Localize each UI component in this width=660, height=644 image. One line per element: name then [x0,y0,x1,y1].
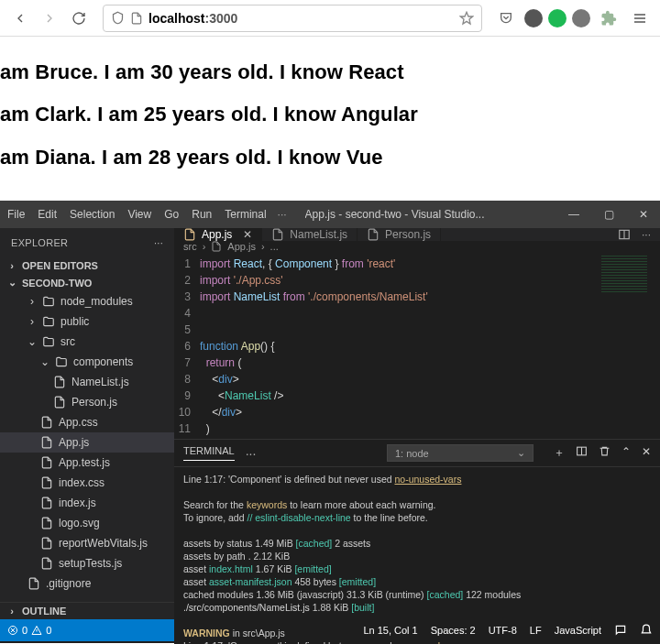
code-line[interactable]: 9 <NameList /> [174,387,660,404]
nav-reload-button[interactable] [66,5,92,31]
feedback-icon[interactable] [614,624,627,637]
new-terminal-icon[interactable]: ＋ [554,445,565,461]
folder-components[interactable]: ⌄components [0,352,174,372]
terminal-line: asset index.html 1.67 KiB [emitted] [183,562,651,575]
terminal-line: asset asset-manifest.json 458 bytes [emi… [183,575,651,588]
outline-section[interactable]: ›OUTLINE [0,602,174,619]
code-editor[interactable]: 1import React, { Component } from 'react… [174,252,660,439]
panel: TERMINAL ··· 1: node⌄ ＋ ⌃ ✕ Line 1:17: '… [174,439,660,644]
window-minimize-button[interactable]: — [565,208,583,221]
explorer-more-icon[interactable]: ··· [154,237,163,248]
status-encoding[interactable]: UTF-8 [489,624,517,637]
panel-maximize-icon[interactable]: ⌃ [622,445,631,461]
status-language[interactable]: JavaScript [555,624,601,637]
tab-person-js[interactable]: Person.js [358,228,441,241]
menu-selection[interactable]: Selection [70,208,115,221]
file-logo-svg[interactable]: logo.svg [0,513,174,533]
vscode-titlebar: FileEditSelectionViewGoRunTerminal ··· A… [0,201,660,228]
nav-forward-button[interactable] [37,5,62,31]
minimap[interactable] [596,252,660,439]
code-line[interactable]: 8 <div> [174,371,660,387]
code-line[interactable]: 4 [174,305,660,322]
file-setuptests-js[interactable]: setupTests.js [0,553,174,573]
pocket-icon[interactable] [493,5,519,31]
menu-run[interactable]: Run [192,208,212,221]
code-line[interactable]: 5 [174,322,660,338]
status-spaces[interactable]: Spaces: 2 [431,624,476,637]
tab-namelist-js[interactable]: NameList.js [262,228,358,241]
code-line[interactable]: 6function App() { [174,338,660,355]
terminal-line: Line 1:17: 'Component' is defined but ne… [183,639,651,644]
file-person-js[interactable]: Person.js [0,392,174,412]
code-line[interactable]: 3import NameList from './components/Name… [174,289,660,305]
tab-more-icon[interactable]: ··· [642,228,651,241]
panel-more-icon[interactable]: ··· [246,446,257,461]
vscode-window: FileEditSelectionViewGoRunTerminal ··· A… [0,201,660,643]
open-editors-section[interactable]: ›OPEN EDITORS [0,257,174,274]
menu-overflow-icon[interactable]: ··· [278,208,287,221]
page-line: am Diana. I am 28 years old. I know Vue [0,146,660,169]
window-close-button[interactable]: ✕ [634,208,653,221]
kill-terminal-icon[interactable] [599,445,610,457]
file-namelist-js[interactable]: NameList.js [0,372,174,392]
terminal-output[interactable]: Line 1:17: 'Component' is defined but ne… [174,467,660,644]
tab-close-icon[interactable]: ✕ [243,228,252,241]
file-tree: ›node_modules›public⌄src⌄componentsNameL… [0,291,174,594]
star-icon[interactable] [459,11,474,26]
file-app-test-js[interactable]: App.test.js [0,453,174,473]
terminal-line: ./src/components/NameList.js 1.88 KiB [b… [183,601,651,614]
folder-public[interactable]: ›public [0,311,174,332]
explorer-sidebar: EXPLORER ··· ›OPEN EDITORS ⌄SECOND-TWO ›… [0,228,174,619]
browser-toolbar: localhost:3000 [0,0,660,37]
file-reportwebvitals-js[interactable]: reportWebVitals.js [0,533,174,553]
hamburger-icon[interactable] [627,5,653,31]
file-app-js[interactable]: App.js [0,432,174,453]
menu-go[interactable]: Go [164,208,179,221]
code-line[interactable]: 1import React, { Component } from 'react… [174,256,660,272]
split-editor-icon[interactable] [618,228,631,241]
folder-node_modules[interactable]: ›node_modules [0,291,174,311]
terminal-line: Line 1:17: 'Component' is defined but ne… [183,473,651,486]
ext4-icon[interactable] [596,5,622,31]
nav-back-button[interactable] [7,5,33,31]
terminal-selector[interactable]: 1: node⌄ [387,444,534,462]
tab-app-js[interactable]: App.js✕ [174,228,262,241]
url-bar[interactable]: localhost:3000 [103,5,482,32]
split-terminal-icon[interactable] [576,445,588,457]
terminal-line: To ignore, add // eslint-disable-next-li… [183,511,651,524]
menu-view[interactable]: View [127,208,151,221]
menu-edit[interactable]: Edit [38,208,57,221]
vscode-menubar: FileEditSelectionViewGoRunTerminal [7,208,267,221]
code-line[interactable]: 10 </div> [174,404,660,420]
workspace-root[interactable]: ⌄SECOND-TWO [0,274,174,291]
panel-close-icon[interactable]: ✕ [642,445,651,461]
code-line[interactable]: 2import './App.css' [174,272,660,289]
file-index-css[interactable]: index.css [0,473,174,493]
status-eol[interactable]: LF [530,624,542,637]
ext2-icon[interactable] [548,9,566,27]
window-title: App.js - second-two - Visual Studio... [305,208,554,221]
warning-icon [31,625,42,636]
file-index-js[interactable]: index.js [0,493,174,513]
file-app-css[interactable]: App.css [0,412,174,432]
status-errors[interactable]: 0 0 [7,625,51,636]
code-line[interactable]: 7 return ( [174,355,660,371]
breadcrumb[interactable]: src› App.js› ... [174,241,660,252]
notifications-icon[interactable] [640,624,653,637]
code-line[interactable]: 11 ) [174,420,660,437]
url-text: localhost:3000 [148,11,454,26]
page-content: am Bruce. I am 30 years old. I know Reac… [0,37,660,201]
explorer-title: EXPLORER [11,237,68,248]
ext3-icon[interactable] [572,9,590,27]
page-line: am Clark. I am 25 years old. I know Angu… [0,103,660,126]
ext1-icon[interactable] [524,9,543,27]
window-maximize-button[interactable]: ▢ [600,208,618,221]
terminal-tab[interactable]: TERMINAL [183,445,235,461]
terminal-line [183,524,651,537]
folder-src[interactable]: ⌄src [0,332,174,352]
menu-file[interactable]: File [7,208,25,221]
terminal-line: assets by status 1.49 MiB [cached] 2 ass… [183,537,651,550]
file--gitignore[interactable]: .gitignore [0,573,174,594]
status-ln-col[interactable]: Ln 15, Col 1 [363,624,417,637]
menu-terminal[interactable]: Terminal [225,208,266,221]
